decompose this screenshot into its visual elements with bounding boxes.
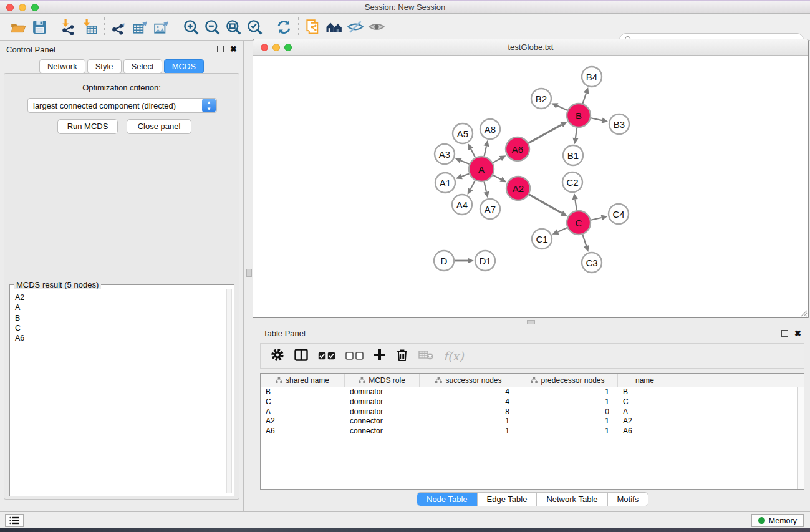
table-cell[interactable]: 0 [518, 407, 618, 417]
table-cell[interactable]: 4 [420, 397, 518, 407]
table-cell[interactable]: connector [345, 417, 420, 427]
graph-edge[interactable] [471, 149, 475, 158]
table-row[interactable]: Adominator80A [261, 407, 804, 417]
export-table-icon[interactable] [130, 17, 151, 36]
table-cell[interactable]: 1 [420, 417, 518, 427]
table-cell[interactable]: A6 [261, 427, 345, 437]
float-panel-icon[interactable] [217, 46, 224, 52]
graph-edge[interactable] [461, 173, 469, 177]
mcds-result-item[interactable]: C [15, 323, 234, 333]
open-session-icon[interactable] [7, 17, 29, 36]
show-all-icon[interactable] [366, 17, 387, 36]
table-cell[interactable]: 1 [518, 427, 618, 437]
export-network-icon[interactable] [108, 17, 130, 36]
table-cell[interactable]: 1 [518, 387, 618, 397]
table-cell[interactable]: A2 [618, 417, 672, 427]
table-cell[interactable]: A2 [261, 417, 345, 427]
close-table-panel-icon[interactable]: ✖ [794, 330, 801, 337]
delete-column-icon[interactable] [396, 348, 408, 364]
table-cell[interactable]: 1 [518, 397, 618, 407]
zoom-traffic-light[interactable] [31, 4, 39, 11]
graph-edge[interactable] [582, 235, 586, 246]
divider-grip-bottom[interactable] [527, 320, 535, 324]
tab-edge-table[interactable]: Edge Table [478, 493, 538, 506]
show-columns-icon[interactable] [294, 349, 308, 364]
add-column-icon[interactable] [374, 349, 386, 364]
table-cell[interactable]: B [261, 387, 345, 397]
select-all-checkboxes-icon[interactable] [318, 352, 335, 360]
graph-edge[interactable] [576, 128, 577, 138]
table-options-gear-icon[interactable] [271, 348, 284, 364]
network-zoom-traffic-light[interactable] [284, 44, 292, 51]
table-cell[interactable]: 8 [420, 407, 518, 417]
column-header-MCDS-role[interactable]: MCDS role [345, 374, 420, 387]
graph-edge[interactable] [484, 146, 486, 156]
table-cell[interactable]: A [261, 407, 345, 417]
tab-node-table[interactable]: Node Table [417, 493, 478, 506]
delete-table-icon[interactable] [418, 349, 433, 363]
hide-selected-icon[interactable] [345, 17, 366, 36]
function-builder-icon[interactable]: f(x) [443, 349, 464, 363]
new-network-from-selection-icon[interactable] [302, 17, 324, 36]
table-cell[interactable]: 4 [420, 387, 518, 397]
export-image-icon[interactable] [151, 17, 172, 36]
memory-button[interactable]: Memory [751, 514, 804, 527]
table-cell[interactable]: dominator [345, 407, 420, 417]
table-row[interactable]: Bdominator41B [261, 387, 804, 397]
mcds-result-item[interactable]: A2 [15, 293, 234, 302]
graph-edge[interactable] [582, 94, 586, 104]
graph-edge[interactable] [557, 105, 567, 110]
column-header-shared-name[interactable]: shared name [261, 374, 345, 387]
graph-edge[interactable] [558, 228, 567, 232]
graph-edge[interactable] [461, 161, 470, 165]
tab-mcds[interactable]: MCDS [164, 59, 204, 74]
graph-edge[interactable] [529, 195, 562, 213]
graph-edge[interactable] [470, 180, 475, 189]
table-row[interactable]: Cdominator41C [261, 397, 804, 407]
network-window-titlebar[interactable]: testGlobe.txt [253, 39, 808, 56]
mcds-result-item[interactable]: A6 [15, 333, 234, 343]
table-row[interactable]: A6connector11A6 [261, 427, 804, 437]
table-cell[interactable]: C [618, 397, 672, 407]
zoom-fit-icon[interactable] [223, 17, 244, 36]
table-cell[interactable]: A [618, 407, 672, 417]
column-header-successor-nodes[interactable]: successor nodes [420, 374, 518, 387]
tab-network[interactable]: Network [39, 59, 85, 74]
table-cell[interactable]: 1 [518, 417, 618, 427]
table-cell[interactable]: dominator [345, 397, 420, 407]
criterion-dropdown[interactable]: largest connected component (directed) ▲… [27, 98, 217, 113]
home-layout-icon[interactable] [324, 17, 345, 36]
column-header-name[interactable]: name [618, 374, 672, 387]
zoom-out-icon[interactable] [201, 17, 223, 36]
deselect-all-checkboxes-icon[interactable] [345, 352, 364, 360]
zoom-in-icon[interactable] [180, 17, 201, 36]
graph-edge[interactable] [591, 218, 602, 220]
network-minimize-traffic-light[interactable] [272, 44, 280, 51]
tab-motifs[interactable]: Motifs [608, 493, 648, 506]
table-cell[interactable]: B [618, 387, 672, 397]
table-scrollbar[interactable] [797, 387, 804, 489]
run-mcds-button[interactable]: Run MCDS [57, 119, 118, 134]
table-cell[interactable]: A6 [618, 427, 672, 437]
table-row[interactable]: A2connector11A2 [261, 417, 804, 427]
mcds-result-item[interactable]: A [15, 302, 234, 312]
divider-grip-left[interactable] [246, 269, 252, 277]
graph-edge[interactable] [484, 182, 486, 192]
mcds-result-list[interactable]: A2ABCA6 [10, 290, 234, 343]
close-traffic-light[interactable] [6, 4, 14, 11]
table-cell[interactable]: 1 [420, 427, 518, 437]
minimize-traffic-light[interactable] [19, 4, 26, 11]
close-panel-icon[interactable]: ✖ [230, 46, 237, 52]
close-panel-button[interactable]: Close panel [127, 119, 191, 134]
float-table-panel-icon[interactable] [781, 330, 788, 337]
save-session-icon[interactable] [29, 17, 50, 36]
tab-network-table[interactable]: Network Table [537, 493, 607, 506]
mcds-result-item[interactable]: B [15, 313, 234, 323]
column-header-predecessor-nodes[interactable]: predecessor nodes [518, 374, 618, 387]
graph-edge[interactable] [493, 175, 501, 180]
table-cell[interactable]: dominator [345, 387, 420, 397]
resize-grip-icon[interactable] [799, 308, 808, 317]
import-network-icon[interactable] [58, 17, 79, 36]
tab-select[interactable]: Select [123, 59, 162, 74]
network-graph-canvas[interactable]: AA1A2A3A4A5A6A7A8BB1B2B3B4CC1C2C3C4DD1 [253, 56, 808, 318]
